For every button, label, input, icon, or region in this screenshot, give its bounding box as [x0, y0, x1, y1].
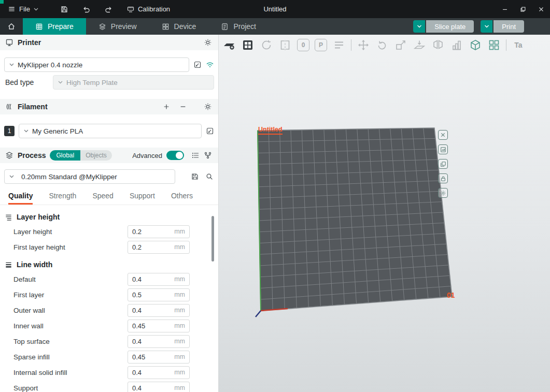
bed-type-select[interactable]: High Temp Plate	[53, 75, 214, 90]
parameter-list-icon[interactable]	[191, 151, 200, 159]
edit-filament-icon[interactable]	[206, 127, 214, 135]
move-icon[interactable]	[357, 38, 370, 52]
wifi-icon[interactable]	[206, 61, 214, 69]
save-preset-icon[interactable]	[191, 172, 199, 181]
print-options-chevron[interactable]	[481, 20, 492, 33]
section-title: Layer height	[17, 213, 60, 221]
mesh-boolean-icon[interactable]	[469, 38, 482, 52]
filament-preset-select[interactable]: My Generic PLA	[19, 124, 202, 138]
printer-gear-icon[interactable]	[204, 38, 212, 47]
param-input[interactable]: 0.45mm	[128, 351, 190, 364]
duplicate-plate-icon[interactable]	[438, 159, 448, 169]
remove-filament-icon[interactable]	[179, 103, 187, 111]
plate-name-label[interactable]: Untitled	[258, 126, 283, 135]
param-unit: mm	[174, 291, 185, 298]
add-filament-icon[interactable]	[162, 103, 171, 111]
printer-preset-select[interactable]: MyKlipper 0.4 nozzle	[4, 57, 189, 72]
minimize-button[interactable]	[496, 0, 514, 18]
preset-compare-icon[interactable]	[204, 151, 212, 159]
tab-device-label: Device	[174, 22, 196, 31]
delete-plate-icon[interactable]	[438, 130, 448, 140]
zero-badge-icon[interactable]: 0	[297, 39, 309, 51]
process-tab-quality[interactable]: Quality	[8, 192, 33, 205]
slice-options-chevron[interactable]	[413, 20, 425, 33]
filament-gear-icon[interactable]	[204, 103, 212, 111]
process-tab-others[interactable]: Others	[171, 192, 193, 205]
arrange-plate-icon[interactable]	[438, 144, 448, 154]
file-menu-button[interactable]: File	[0, 0, 44, 18]
undo-icon	[82, 5, 90, 13]
scope-global-toggle[interactable]: Global	[50, 150, 80, 161]
tab-prepare-label: Prepare	[48, 22, 74, 31]
layers-icon[interactable]	[332, 38, 346, 52]
param-input[interactable]: 0.4mm	[128, 335, 190, 348]
arrange-icon[interactable]	[241, 38, 255, 52]
split-objects-icon[interactable]	[431, 38, 445, 52]
close-button[interactable]	[532, 0, 550, 18]
process-preset-select[interactable]: 0.20mm Standard @MyKlipper	[4, 169, 175, 184]
param-input[interactable]: 0.2mm	[128, 241, 190, 254]
p-badge-icon[interactable]: P	[315, 39, 327, 51]
param-row: Top surface0.4mm	[0, 333, 218, 349]
process-tab-strength[interactable]: Strength	[49, 192, 76, 205]
process-tab-speed[interactable]: Speed	[92, 192, 113, 205]
auto-orient-icon[interactable]	[260, 38, 273, 52]
text-tool-icon[interactable]: Ta	[512, 38, 525, 52]
viewport-3d[interactable]: 0 P Ta Untitled 01	[219, 35, 550, 392]
variable-layer-height-icon[interactable]	[450, 38, 463, 52]
param-label: Top surface	[13, 338, 123, 345]
tab-preview[interactable]: Preview	[86, 18, 149, 35]
filament-preset-row: 1 My Generic PLA	[0, 124, 218, 138]
scale-icon[interactable]	[394, 38, 407, 52]
param-value: 0.5	[132, 291, 174, 299]
build-plate[interactable]	[219, 35, 550, 392]
chevron-down-icon	[58, 81, 63, 84]
lock-plate-icon[interactable]	[438, 173, 448, 183]
tab-prepare[interactable]: Prepare	[23, 18, 86, 35]
param-unit: mm	[174, 384, 185, 391]
param-input[interactable]: 0.45mm	[128, 320, 190, 332]
tab-device[interactable]: Device	[149, 18, 209, 35]
sidebar-scrollbar[interactable]	[211, 216, 214, 262]
slice-actions: Slice plate Print	[413, 20, 524, 33]
print-button[interactable]: Print	[493, 20, 524, 33]
split-icon[interactable]	[278, 38, 292, 52]
advanced-toggle[interactable]	[166, 151, 184, 160]
process-tab-support[interactable]: Support	[130, 192, 155, 205]
assembly-view-icon[interactable]	[487, 38, 501, 52]
param-label: First layer height	[13, 243, 123, 251]
lay-flat-icon[interactable]	[413, 38, 426, 52]
undo-button[interactable]	[79, 0, 93, 18]
scope-objects-toggle[interactable]: Objects	[80, 150, 112, 161]
process-preset-row: 0.20mm Standard @MyKlipper	[0, 169, 218, 184]
section-header[interactable]: Line width	[0, 255, 218, 271]
slice-plate-split-button: Slice plate	[413, 20, 474, 33]
toggle-knob	[176, 152, 183, 159]
param-input[interactable]: 0.4mm	[128, 273, 190, 286]
param-value: 0.4	[132, 307, 174, 314]
param-input[interactable]: 0.4mm	[128, 304, 190, 317]
home-button[interactable]	[0, 18, 23, 35]
redo-button[interactable]	[102, 0, 116, 18]
advanced-label: Advanced	[132, 152, 162, 159]
plate-action-buttons	[438, 130, 448, 198]
calibration-button[interactable]: Calibration	[123, 0, 173, 18]
plate-settings-icon[interactable]	[438, 188, 448, 198]
rotate-icon[interactable]	[375, 38, 389, 52]
restore-button[interactable]	[514, 0, 532, 18]
param-input[interactable]: 0.5mm	[128, 288, 190, 301]
tab-project[interactable]: Project	[208, 18, 269, 35]
search-settings-icon[interactable]	[205, 172, 214, 181]
param-row: First layer0.5mm	[0, 287, 218, 302]
edit-printer-icon[interactable]	[193, 61, 202, 69]
slice-plate-button[interactable]: Slice plate	[426, 20, 474, 33]
printer-icon	[5, 38, 13, 47]
filament-slot-badge[interactable]: 1	[4, 126, 15, 136]
param-input[interactable]: 0.2mm	[128, 225, 190, 238]
add-plate-icon[interactable]	[222, 38, 236, 52]
param-input[interactable]: 0.4mm	[128, 382, 190, 392]
window-controls	[496, 0, 550, 18]
param-input[interactable]: 0.4mm	[128, 366, 190, 379]
section-header[interactable]: Layer height	[0, 207, 218, 224]
save-button[interactable]	[57, 0, 72, 18]
